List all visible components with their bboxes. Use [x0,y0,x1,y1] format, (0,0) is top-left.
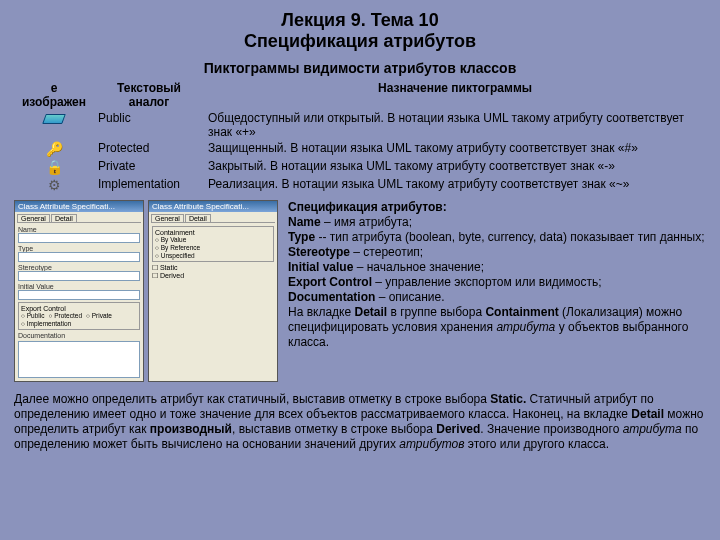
b-ster: Stereotype [288,245,350,259]
lbl-doc: Documentation [18,332,140,339]
bp4: , выставив отметку в строке выбора [232,422,436,436]
dialogs: Class Attribute Specificati... GeneralDe… [14,200,278,382]
row0-desc: Общедоступный или открытый. В нотации яз… [204,110,706,140]
bp-drv: Derived [436,422,480,436]
lbl-export: Export Control [21,305,66,312]
grp-export: Export Control ○ Public ○ Protected ○ Pr… [18,302,140,330]
lbl-name: Name [18,226,140,233]
lbl-type: Type [18,245,140,252]
visibility-table: е изображен Текстовый аналог Назначение … [14,80,706,194]
tab-general[interactable]: General [17,214,50,222]
bp1: Далее можно определить атрибут как стати… [14,392,490,406]
t-type: -- тип атрибута (boolean, byte, currency… [315,230,704,244]
row2-desc: Закрытый. В нотации языка UML такому атр… [204,158,706,176]
t-doc: – описание. [375,290,444,304]
t-name: – имя атрибута; [321,215,412,229]
bp5: . Значение производного [480,422,622,436]
spec-head: Спецификация атрибутов: [288,200,447,214]
implementation-icon [44,177,64,193]
t-ster: – стереотип; [350,245,423,259]
r-byval[interactable]: ○ By Value [155,236,271,243]
tab2-general[interactable]: General [151,214,184,222]
r-pub[interactable]: ○ Public [21,312,44,319]
tab-detail[interactable]: Detail [51,214,77,222]
r-byref[interactable]: ○ By Reference [155,244,271,251]
inp-init[interactable] [18,290,140,300]
bp7: этого или другого класса. [465,437,610,451]
inp-ster[interactable] [18,271,140,281]
dp-i: атрибута [496,320,555,334]
row1-analog: Protected [94,140,204,158]
dp-cb: Containment [485,305,558,319]
dialog-detail: Class Attribute Specificati... GeneralDe… [148,200,278,382]
hdr-col3: Назначение пиктограммы [378,81,532,95]
spec-text: Спецификация атрибутов: Name – имя атриб… [278,200,706,382]
title-line1: Лекция 9. Тема 10 [14,10,706,31]
chk-static[interactable]: ☐ Static [152,264,274,272]
row2-analog: Private [94,158,204,176]
lbl-ster: Stereotype [18,264,140,271]
tab2-detail[interactable]: Detail [185,214,211,222]
row3-desc: Реализация. В нотации языка UML такому а… [204,176,706,194]
private-icon [44,159,64,175]
grp-containment: Containment ○ By Value ○ By Reference ○ … [152,226,274,262]
public-icon [42,114,65,124]
dialog-general: Class Attribute Specificati... GeneralDe… [14,200,144,382]
lbl-init: Initial Value [18,283,140,290]
protected-icon [44,141,64,157]
hdr-col1a: е [51,81,58,95]
hdr-col2b: аналог [129,95,169,109]
b-type: Type [288,230,315,244]
bottom-paragraph: Далее можно определить атрибут как стати… [14,392,706,452]
dp2: в группе выбора [387,305,485,319]
lbl-cont: Containment [155,229,195,236]
row3-analog: Implementation [94,176,204,194]
inp-type[interactable] [18,252,140,262]
title: Лекция 9. Тема 10 Спецификация атрибутов [14,10,706,52]
subtitle: Пиктограммы видимости атрибутов классов [14,60,706,76]
row0-analog: Public [94,110,204,140]
bp-i2: атрибутов [399,437,464,451]
bp-dt: Detail [631,407,664,421]
b-init: Initial value [288,260,353,274]
bp-i1: атрибута [623,422,682,436]
b-exp: Export Control [288,275,372,289]
b-name: Name [288,215,321,229]
middle-section: Class Attribute Specificati... GeneralDe… [14,200,706,382]
dp1: На вкладке [288,305,355,319]
r-prot[interactable]: ○ Protected [48,312,82,319]
dlg2-title: Class Attribute Specificati... [149,201,277,212]
row1-desc: Защищенный. В нотации языка UML такому а… [204,140,706,158]
chk-derived[interactable]: ☐ Derived [152,272,274,280]
hdr-col2a: Текстовый [117,81,181,95]
bp-st: Static. [490,392,526,406]
b-doc: Documentation [288,290,375,304]
r-impl[interactable]: ○ Implementation [21,320,71,327]
dp-b: Detail [355,305,388,319]
r-unspec[interactable]: ○ Unspecified [155,252,271,259]
title-line2: Спецификация атрибутов [14,31,706,52]
r-priv[interactable]: ○ Private [86,312,112,319]
t-init: – начальное значение; [353,260,484,274]
inp-name[interactable] [18,233,140,243]
bp-dv: производный [150,422,232,436]
hdr-col1b: изображен [22,95,86,109]
t-exp: – управление экспортом или видимость; [372,275,602,289]
inp-doc[interactable] [18,341,140,378]
dlg1-title: Class Attribute Specificati... [15,201,143,212]
